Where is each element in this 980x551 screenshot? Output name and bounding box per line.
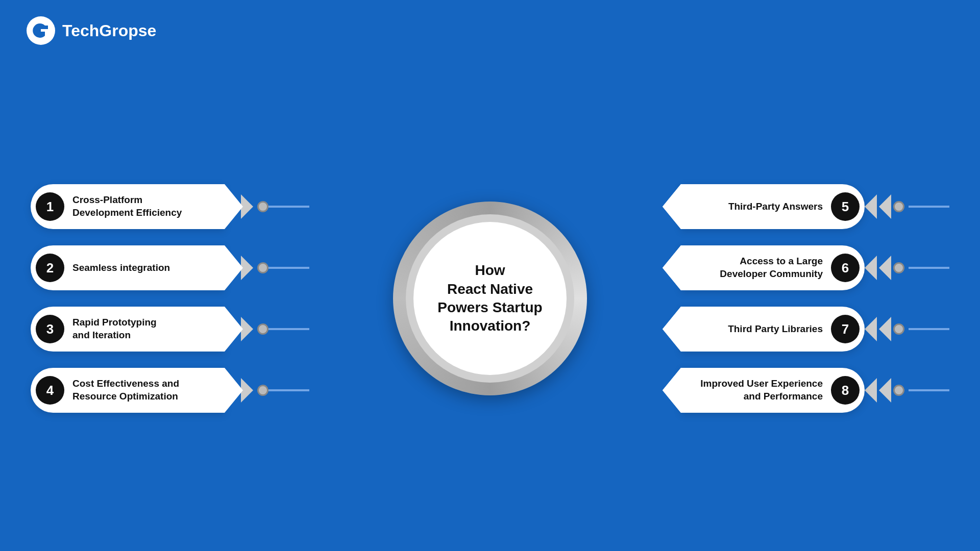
item-label-1: Cross-PlatformDevelopment Efficiency (72, 194, 182, 219)
chevron-connector-7 (865, 317, 891, 341)
item-label-7: Third Party Libraries (728, 323, 823, 336)
item-label-8: Improved User Experienceand Performance (700, 378, 823, 403)
item-label-4: Cost Effectiveness andResource Optimizat… (72, 378, 179, 403)
item-label-2: Seamless integration (72, 262, 170, 274)
node-ball-5 (893, 201, 904, 212)
node-ball-4 (257, 385, 268, 396)
number-badge-4: 4 (36, 376, 64, 405)
conn-line-8 (909, 389, 949, 391)
left-item-1: 1Cross-PlatformDevelopment Efficiency (31, 184, 309, 229)
number-badge-1: 1 (36, 192, 64, 221)
right-items-column: 5Third-Party Answers6Access to a LargeDe… (681, 184, 949, 413)
left-item-4: 4Cost Effectiveness andResource Optimiza… (31, 368, 309, 413)
techgropse-logo-icon (26, 15, 56, 46)
conn-line-4 (268, 389, 309, 391)
outer-ring: How React Native Powers Startup Innovati… (393, 202, 587, 395)
right-item-6: 6Access to a LargeDeveloper Community (681, 245, 949, 290)
right-item-5: 5Third-Party Answers (681, 184, 949, 229)
number-badge-2: 2 (36, 254, 64, 282)
item-label-3: Rapid Prototypingand Iteration (72, 316, 157, 341)
conn-line-7 (909, 328, 949, 330)
right-item-7: 7Third Party Libraries (681, 307, 949, 352)
center-circle: How React Native Powers Startup Innovati… (413, 222, 567, 375)
node-ball-7 (893, 323, 904, 335)
left-pill-2: 2Seamless integration (31, 245, 225, 290)
item-label-6: Access to a LargeDeveloper Community (720, 255, 823, 280)
conn-line-1 (268, 206, 309, 208)
number-badge-7: 7 (831, 315, 860, 343)
node-ball-3 (257, 323, 268, 335)
left-pill-3: 3Rapid Prototypingand Iteration (31, 307, 225, 352)
number-badge-8: 8 (831, 376, 860, 405)
right-pill-5: 5Third-Party Answers (681, 184, 865, 229)
node-ball-1 (257, 201, 268, 212)
number-badge-3: 3 (36, 315, 64, 343)
right-pill-6: 6Access to a LargeDeveloper Community (681, 245, 865, 290)
right-pill-7: 7Third Party Libraries (681, 307, 865, 352)
center-title: How React Native Powers Startup Innovati… (437, 261, 542, 336)
chevron-connector-6 (865, 256, 891, 280)
brand-name: TechGropse (62, 21, 156, 40)
node-ball-6 (893, 262, 904, 273)
right-pill-8: 8Improved User Experienceand Performance (681, 368, 865, 413)
node-ball-2 (257, 262, 268, 273)
number-badge-6: 6 (831, 254, 860, 282)
diagram-container: How React Native Powers Startup Innovati… (0, 56, 980, 541)
node-ball-8 (893, 385, 904, 396)
conn-line-5 (909, 206, 949, 208)
left-items-column: 1Cross-PlatformDevelopment Efficiency2Se… (31, 184, 309, 413)
left-pill-4: 4Cost Effectiveness andResource Optimiza… (31, 368, 225, 413)
right-item-8: 8Improved User Experienceand Performance (681, 368, 949, 413)
left-item-3: 3Rapid Prototypingand Iteration (31, 307, 309, 352)
number-badge-5: 5 (831, 192, 860, 221)
inner-ring: How React Native Powers Startup Innovati… (406, 214, 574, 383)
header: TechGropse (26, 15, 156, 46)
left-item-2: 2Seamless integration (31, 245, 309, 290)
chevron-connector-8 (865, 378, 891, 403)
chevron-connector-5 (865, 194, 891, 219)
layout: How React Native Powers Startup Innovati… (31, 64, 949, 533)
conn-line-3 (268, 328, 309, 330)
center-circle-area: How React Native Powers Startup Innovati… (393, 202, 587, 395)
conn-line-6 (909, 267, 949, 269)
conn-line-2 (268, 267, 309, 269)
item-label-5: Third-Party Answers (728, 201, 823, 213)
left-pill-1: 1Cross-PlatformDevelopment Efficiency (31, 184, 225, 229)
